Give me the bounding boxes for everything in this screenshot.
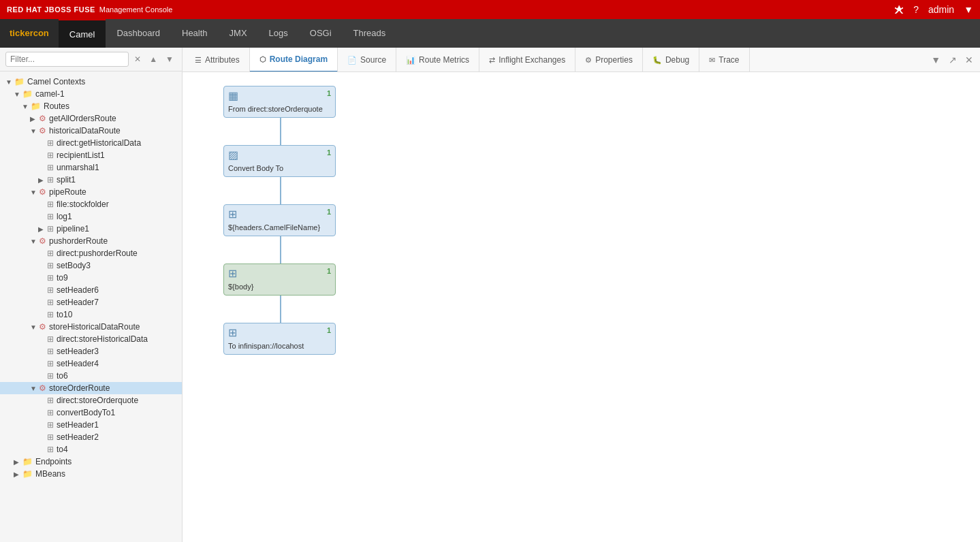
node-count: 1 <box>327 89 331 97</box>
tree-label: setHeader2 <box>57 432 99 442</box>
tree-direct-storeHistoricalData[interactable]: ⊞ direct:storeHistoricalData <box>0 333 182 345</box>
tree-unmarshal1[interactable]: ⊞ unmarshal1 <box>0 161 182 174</box>
tree-label: storeOrderRoute <box>49 383 110 393</box>
nav-threads[interactable]: Threads <box>343 19 397 48</box>
expand-arrow: ▼ <box>14 91 20 98</box>
tree-setHeader7[interactable]: ⊞ setHeader7 <box>0 296 182 308</box>
tab-debug[interactable]: 🐛 Debug <box>643 48 699 72</box>
tree-to10[interactable]: ⊞ to10 <box>0 308 182 321</box>
tree-historicalDataRoute[interactable]: ▼ ⚙ historicalDataRoute <box>0 125 182 137</box>
route-icon: ⚙ <box>39 126 46 136</box>
tree-convertBodyTo1[interactable]: ⊞ convertBodyTo1 <box>0 406 182 419</box>
tab-properties[interactable]: ⚙ Properties <box>575 48 643 72</box>
admin-label[interactable]: admin <box>928 4 954 15</box>
nav-logs[interactable]: Logs <box>258 19 299 48</box>
tree-direct-pushorderRoute[interactable]: ⊞ direct:pushorderRoute <box>0 247 182 259</box>
tree-setBody3[interactable]: ⊞ setBody3 <box>0 259 182 272</box>
item-icon: ⊞ <box>47 163 54 172</box>
tree-direct-storeOrderquote[interactable]: ⊞ direct:storeOrderquote <box>0 394 182 406</box>
tree-label: pushorderRoute <box>49 236 108 246</box>
tree-endpoints[interactable]: ▶ 📁 Endpoints <box>0 456 182 468</box>
folder-icon: 📁 <box>22 469 33 479</box>
spacer <box>38 372 45 380</box>
tree-camel-contexts[interactable]: ▼ 📁 Camel Contexts <box>0 76 182 88</box>
node-label: ${body} <box>224 281 335 295</box>
tree-setHeader2[interactable]: ⊞ setHeader2 <box>0 431 182 443</box>
node-header: ⊞ 1 <box>224 323 335 340</box>
tab-label: Route Metrics <box>419 48 469 72</box>
tab-label: Trace <box>718 48 739 72</box>
tree-setHeader4[interactable]: ⊞ setHeader4 <box>0 357 182 370</box>
tree-storeHistoricalDataRoute[interactable]: ▼ ⚙ storeHistoricalDataRoute <box>0 321 182 333</box>
spacer <box>38 262 45 270</box>
tree-label: historicalDataRoute <box>49 126 121 136</box>
filter-input[interactable] <box>5 52 129 67</box>
filter-clear-button[interactable]: ✕ <box>131 53 144 65</box>
tab-source[interactable]: 📄 Source <box>338 48 396 72</box>
tree-split1[interactable]: ▶ ⊞ split1 <box>0 174 182 186</box>
tab-inflight-exchanges[interactable]: ⇄ Inflight Exchanges <box>479 48 575 72</box>
spacer <box>38 213 45 221</box>
diagram-node-1[interactable]: ▨ 1 Convert Body To <box>223 145 336 177</box>
tab-bar: ☰ Attributes ⬡ Route Diagram 📄 Source 📊 … <box>183 48 980 72</box>
tree-to9[interactable]: ⊞ to9 <box>0 272 182 284</box>
node-label: Convert Body To <box>224 163 335 176</box>
nav-health[interactable]: Health <box>171 19 219 48</box>
nav-camel[interactable]: Camel <box>59 19 106 48</box>
filter-down-button[interactable]: ▼ <box>163 53 176 65</box>
tree-pushorderRoute[interactable]: ▼ ⚙ pushorderRoute <box>0 235 182 247</box>
tree-label: pipeRoute <box>49 187 86 197</box>
spacer <box>38 201 45 208</box>
top-bar: RED HAT JBOSS FUSE Management Console 🟊 … <box>0 0 980 19</box>
tree-log1[interactable]: ⊞ log1 <box>0 210 182 223</box>
tab-popout-button[interactable]: ↗ <box>945 48 961 72</box>
nav-osgi[interactable]: OSGi <box>299 19 343 48</box>
tree-setHeader1[interactable]: ⊞ setHeader1 <box>0 419 182 431</box>
diagram-node-4[interactable]: ⊞ 1 To infinispan://locahost <box>223 323 336 355</box>
diagram-node-2[interactable]: ⊞ 1 ${headers.CamelFileName} <box>223 204 336 236</box>
tree-getAllOrdersRoute[interactable]: ▶ ⚙ getAllOrdersRoute <box>0 112 182 125</box>
tree-setHeader3[interactable]: ⊞ setHeader3 <box>0 345 182 357</box>
tree-file-stockfolder[interactable]: ⊞ file:stockfolder <box>0 198 182 210</box>
tab-close-button[interactable]: ✕ <box>961 48 977 72</box>
connector-2 <box>280 236 281 264</box>
tree-direct-getHistoricalData[interactable]: ⊞ direct:getHistoricalData <box>0 137 182 149</box>
tree-setHeader6[interactable]: ⊞ setHeader6 <box>0 284 182 296</box>
spacer <box>38 299 45 306</box>
tree-to6[interactable]: ⊞ to6 <box>0 370 182 382</box>
tree-pipeline1[interactable]: ▶ ⊞ pipeline1 <box>0 223 182 235</box>
tab-label: Inflight Exchanges <box>499 48 565 72</box>
tab-route-diagram[interactable]: ⬡ Route Diagram <box>250 48 338 72</box>
tree-label: split1 <box>57 175 76 185</box>
diagram-node-0[interactable]: ▦ 1 From direct:storeOrderquote <box>223 86 336 118</box>
tab-route-metrics[interactable]: 📊 Route Metrics <box>396 48 479 72</box>
tree-recipientList1[interactable]: ⊞ recipientList1 <box>0 149 182 161</box>
node-count: 1 <box>327 326 331 334</box>
properties-icon: ⚙ <box>585 48 592 72</box>
tree-to4[interactable]: ⊞ to4 <box>0 443 182 456</box>
tab-trace[interactable]: ✉ Trace <box>699 48 749 72</box>
diagram-node-3[interactable]: ⊞ 1 ${body} <box>223 264 336 296</box>
spacer <box>38 250 45 257</box>
item-icon: ⊞ <box>47 298 54 307</box>
filter-up-button[interactable]: ▲ <box>146 53 160 65</box>
nav-jmx[interactable]: JMX <box>219 19 258 48</box>
tab-dropdown-button[interactable]: ▼ <box>927 48 945 72</box>
tree-routes[interactable]: ▼ 📁 Routes <box>0 100 182 112</box>
spacer <box>38 274 45 282</box>
question-icon[interactable]: ? <box>913 4 919 15</box>
tree-label: Endpoints <box>35 457 72 466</box>
tree-storeOrderRoute[interactable]: ▼ ⚙ storeOrderRoute <box>0 382 182 394</box>
diagram-nodes-container: ▦ 1 From direct:storeOrderquote ▨ 1 Conv… <box>210 86 953 355</box>
tree-camel-1[interactable]: ▼ 📁 camel-1 <box>0 88 182 100</box>
tree-mbeans[interactable]: ▶ 📁 MBeans <box>0 468 182 480</box>
connector-0 <box>280 118 281 145</box>
spacer <box>38 348 45 355</box>
sidebar-tree: ▼ 📁 Camel Contexts ▼ 📁 camel-1 ▼ 📁 Route… <box>0 71 182 542</box>
app-name[interactable]: tickercon <box>0 19 59 48</box>
tree-pipeRoute[interactable]: ▼ ⚙ pipeRoute <box>0 186 182 198</box>
nav-dashboard[interactable]: Dashboard <box>106 19 171 48</box>
tab-attributes[interactable]: ☰ Attributes <box>185 48 250 72</box>
monitor-icon[interactable]: 🟊 <box>894 4 904 15</box>
folder-icon: 📁 <box>31 101 41 111</box>
